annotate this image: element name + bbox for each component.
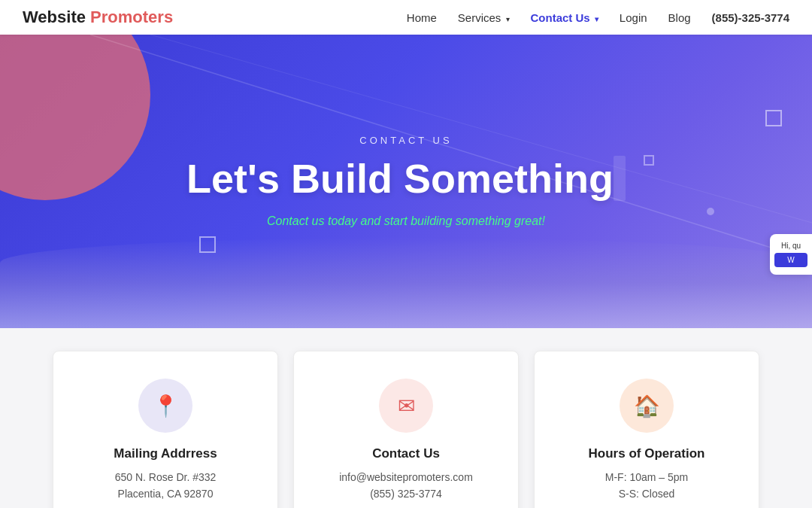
chat-widget: Hi, qu W	[770, 234, 812, 275]
contact-us-text: info@websitepromoters.com(855) 325-3774	[339, 469, 473, 503]
nav-phone: (855)-325-3774	[712, 11, 789, 24]
services-chevron: ▾	[506, 15, 510, 23]
hero-subtitle: Contact us today and start building some…	[186, 214, 626, 228]
hero-wave-decoration	[0, 238, 812, 328]
main-nav: Home Services ▾ Contact Us ▾ Login Blog …	[407, 11, 789, 24]
nav-home[interactable]: Home	[407, 11, 437, 24]
hero-square-1-decoration	[199, 236, 216, 253]
hero-eyebrow: CONTACT US	[186, 135, 626, 146]
hero-square-2-decoration	[765, 110, 782, 126]
hero-circle-decoration	[0, 35, 150, 200]
nav-blog[interactable]: Blog	[668, 11, 691, 24]
nav-login[interactable]: Login	[620, 11, 647, 24]
mailing-address-text: 650 N. Rose Dr. #332Placentia, CA 92870	[115, 469, 217, 503]
logo-promoters-text: Promoters	[90, 8, 173, 26]
mailing-address-icon: 📍	[138, 379, 192, 433]
logo-website-text: Website	[23, 8, 86, 26]
card-mailing-address: 📍 Mailing Addrress 650 N. Rose Dr. #332P…	[53, 351, 278, 508]
hours-icon: 🏠	[620, 379, 674, 433]
logo[interactable]: Website Promoters	[23, 8, 173, 27]
cards-section: 📍 Mailing Addrress 650 N. Rose Dr. #332P…	[0, 328, 812, 508]
contact-us-title: Contact Us	[372, 446, 440, 461]
hours-title: Hours of Operation	[589, 446, 705, 461]
hero-dot-decoration	[707, 208, 714, 215]
hero-title-text: Let's Build Something	[186, 156, 614, 201]
contact-us-icon: ✉	[379, 379, 433, 433]
mailing-address-title: Mailing Addrress	[114, 446, 217, 461]
card-contact-us: ✉ Contact Us info@websitepromoters.com(8…	[293, 351, 519, 508]
hours-text: M-F: 10am – 5pmS-S: Closed	[605, 469, 688, 503]
chat-button[interactable]: W	[774, 253, 807, 267]
hero-title: Let's Build Something	[186, 157, 626, 201]
header: Website Promoters Home Services ▾ Contac…	[0, 0, 812, 35]
hero-square-3-decoration	[644, 155, 654, 166]
nav-contact-us[interactable]: Contact Us ▾	[531, 11, 598, 24]
hero-content: CONTACT US Let's Build Something Contact…	[186, 135, 626, 228]
hero-section: CONTACT US Let's Build Something Contact…	[0, 35, 812, 328]
contactus-chevron: ▾	[595, 15, 598, 23]
card-hours: 🏠 Hours of Operation M-F: 10am – 5pmS-S:…	[534, 351, 759, 508]
nav-services[interactable]: Services ▾	[458, 11, 510, 24]
chat-text: Hi, qu	[781, 242, 801, 250]
hero-title-highlight	[614, 156, 626, 201]
